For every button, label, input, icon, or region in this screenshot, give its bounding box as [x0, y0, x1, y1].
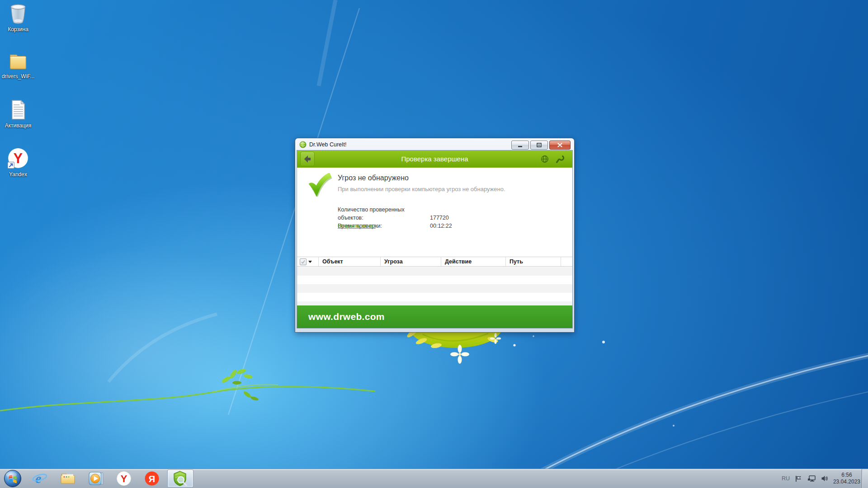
- drweb-cureit-window: Dr.Web CureIt! Проверка завершена: [295, 138, 574, 332]
- minimize-button[interactable]: [511, 141, 529, 150]
- stat-row: Количество проверенных объектов:177720: [338, 206, 452, 222]
- document-icon: [8, 99, 28, 121]
- taskbar-media-player[interactable]: [83, 470, 108, 487]
- window-body: Проверка завершена: [297, 150, 572, 328]
- recycle-bin-icon: [8, 3, 28, 24]
- back-arrow-icon: [303, 155, 312, 164]
- folder-icon: [8, 51, 28, 71]
- success-checkmark-icon: [307, 173, 333, 197]
- window-titlebar[interactable]: Dr.Web CureIt!: [295, 138, 574, 150]
- results-table-body[interactable]: [297, 267, 572, 305]
- desktop-icon-recycle-bin[interactable]: Корзина: [1, 3, 35, 33]
- select-all-checkbox[interactable]: [300, 258, 307, 265]
- action-center-flag-icon[interactable]: [795, 475, 802, 483]
- clock-time: 6:56: [833, 472, 860, 479]
- select-all-cell[interactable]: [297, 257, 319, 266]
- yandex-browser-icon: Y: [7, 148, 29, 169]
- taskbar-yandex-app[interactable]: Я: [139, 470, 165, 487]
- column-header-action[interactable]: Действие: [441, 257, 506, 266]
- swoosh: [506, 355, 868, 488]
- start-button[interactable]: [4, 469, 22, 488]
- settings-wrench-icon[interactable]: [556, 155, 564, 164]
- clock-date: 23.04.2023: [833, 479, 860, 485]
- svg-text:Y: Y: [121, 473, 127, 484]
- window-footer: www.drweb.com: [297, 305, 572, 328]
- maximize-button[interactable]: [530, 141, 548, 150]
- sparkle: [513, 344, 515, 346]
- scan-status-title: Проверка завершена: [297, 150, 572, 168]
- sparkle: [533, 335, 534, 337]
- sparkle: [602, 341, 605, 343]
- drweb-url[interactable]: www.drweb.com: [308, 311, 385, 322]
- desktop-icon-label: Активация: [1, 123, 35, 129]
- swoosh: [506, 355, 868, 488]
- show-desktop-button[interactable]: [862, 469, 868, 488]
- network-icon[interactable]: [807, 475, 816, 483]
- stat-value: 00:12:22: [430, 223, 452, 229]
- media-player-icon: [88, 471, 104, 486]
- desktop-icon-label: Yandex: [1, 172, 35, 178]
- taskbar-drweb-cureit[interactable]: [167, 469, 193, 488]
- taskbar: e: [0, 469, 868, 488]
- selection-dropdown-icon[interactable]: [308, 261, 312, 263]
- drweb-cureit-icon: [172, 470, 189, 487]
- explorer-folder-icon: [60, 471, 76, 486]
- system-tray: RU: [782, 469, 860, 488]
- language-globe-icon[interactable]: [541, 155, 549, 163]
- desktop-icon-yandex[interactable]: Y Yandex: [1, 148, 35, 178]
- results-table-header: Объект Угроза Действие Путь: [297, 257, 572, 267]
- column-header-threat[interactable]: Угроза: [381, 257, 441, 266]
- sparkle: [673, 425, 675, 427]
- desktop-icon-label: drivers_WiF...: [1, 74, 35, 80]
- language-indicator[interactable]: RU: [782, 475, 790, 482]
- desktop-wallpaper: Корзина drivers_WiF...: [0, 0, 868, 488]
- light-beam: [319, 0, 335, 86]
- stat-label: Количество проверенных объектов:: [338, 206, 430, 222]
- column-header-spacer: [561, 257, 572, 266]
- close-button[interactable]: [549, 141, 571, 150]
- svg-text:e: e: [35, 471, 41, 486]
- result-description: При выполнении проверки компьютера угроз…: [338, 186, 505, 192]
- yandex-app-icon: Я: [144, 471, 160, 486]
- svg-text:Я: Я: [149, 474, 155, 484]
- desktop-icon-document[interactable]: Активация: [1, 99, 35, 129]
- result-heading: Угроз не обнаружено: [338, 174, 409, 182]
- yandex-browser-icon: Y: [116, 471, 132, 486]
- taskbar-clock[interactable]: 6:56 23.04.2023: [833, 472, 860, 485]
- back-button[interactable]: [300, 152, 315, 166]
- internet-explorer-icon: e: [32, 471, 47, 486]
- open-report-link[interactable]: Открыть отчет: [338, 223, 376, 229]
- column-header-object[interactable]: Объект: [319, 257, 381, 266]
- stat-value: 177720: [430, 215, 449, 221]
- taskbar-internet-explorer[interactable]: e: [27, 470, 52, 487]
- scan-header: Проверка завершена: [297, 150, 572, 168]
- svg-text:Y: Y: [14, 150, 23, 166]
- shortcut-arrow-icon: [8, 162, 14, 169]
- window-title: Dr.Web CureIt!: [309, 141, 346, 148]
- taskbar-yandex-browser[interactable]: Y: [111, 470, 137, 487]
- column-header-path[interactable]: Путь: [506, 257, 561, 266]
- volume-icon[interactable]: [821, 475, 828, 482]
- scan-result-panel: Угроз не обнаружено При выполнении прове…: [297, 168, 572, 257]
- drweb-app-icon: [299, 141, 307, 148]
- desktop-icon-folder[interactable]: drivers_WiF...: [1, 51, 35, 80]
- desktop-icon-label: Корзина: [1, 27, 35, 33]
- swoosh: [108, 314, 217, 382]
- white-flower: [450, 345, 469, 364]
- white-flower-small: [490, 333, 501, 344]
- vine: [0, 368, 375, 412]
- taskbar-windows-explorer[interactable]: [55, 470, 80, 487]
